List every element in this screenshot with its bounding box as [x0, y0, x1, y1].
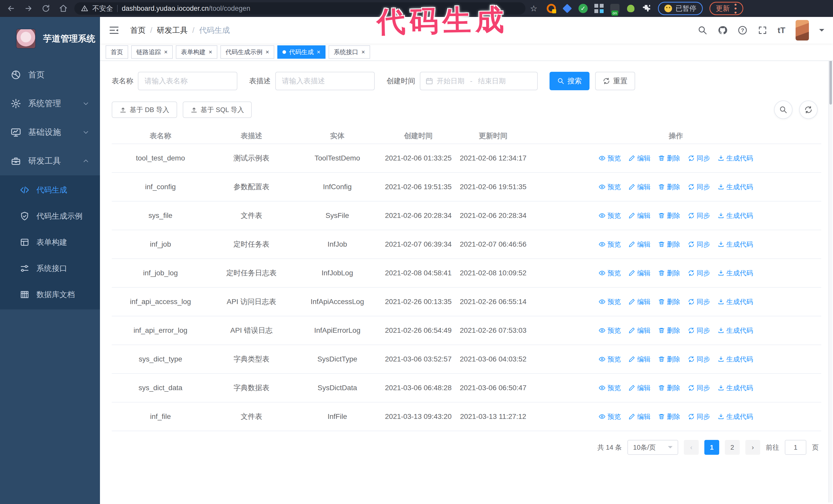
- edit-link[interactable]: 编辑: [628, 355, 650, 364]
- paused-profile-badge[interactable]: 已暂停: [658, 2, 703, 15]
- breadcrumb-item[interactable]: 研发工具: [157, 25, 188, 35]
- generate-code-link[interactable]: 生成代码: [718, 384, 753, 392]
- edit-link[interactable]: 编辑: [628, 240, 650, 249]
- home-icon[interactable]: [59, 4, 68, 13]
- sync-link[interactable]: 同步: [688, 183, 710, 192]
- sidebar-collapse-icon[interactable]: [109, 25, 119, 35]
- sidebar-item-infrastructure[interactable]: 基础设施: [0, 118, 100, 147]
- page-button-2[interactable]: 2: [725, 440, 740, 455]
- page-button-1[interactable]: 1: [704, 440, 719, 455]
- sidebar-item-form-builder[interactable]: 表单构建: [0, 229, 100, 255]
- edit-link[interactable]: 编辑: [628, 211, 650, 220]
- forward-icon[interactable]: [24, 4, 33, 13]
- preview-link[interactable]: 预览: [599, 384, 621, 392]
- close-icon[interactable]: ×: [317, 49, 320, 55]
- github-icon[interactable]: [718, 25, 728, 35]
- tab[interactable]: 首页 ×: [105, 45, 128, 59]
- reload-icon[interactable]: [42, 4, 50, 13]
- preview-link[interactable]: 预览: [599, 326, 621, 335]
- close-icon[interactable]: ×: [265, 49, 269, 55]
- date-range-picker[interactable]: 开始日期 - 结束日期: [420, 72, 538, 90]
- sync-link[interactable]: 同步: [688, 269, 710, 278]
- tab[interactable]: 表单构建 ×: [176, 45, 217, 59]
- preview-link[interactable]: 预览: [599, 183, 621, 192]
- sidebar-item-codegen-demo[interactable]: 代码生成示例: [0, 203, 100, 229]
- breadcrumb-item[interactable]: 首页: [130, 25, 146, 35]
- help-icon[interactable]: ?: [738, 25, 747, 35]
- edit-link[interactable]: 编辑: [628, 269, 650, 278]
- delete-link[interactable]: 删除: [658, 211, 680, 220]
- table-name-input[interactable]: [138, 72, 237, 90]
- generate-code-link[interactable]: 生成代码: [718, 326, 753, 335]
- generate-code-link[interactable]: 生成代码: [718, 211, 753, 220]
- sync-link[interactable]: 同步: [688, 297, 710, 306]
- close-icon[interactable]: ×: [209, 49, 212, 55]
- extension-on-icon[interactable]: [610, 4, 619, 13]
- sidebar-item-codegen[interactable]: 代码生成: [0, 177, 100, 203]
- bookmark-star-icon[interactable]: ☆: [530, 4, 538, 13]
- delete-link[interactable]: 删除: [658, 326, 680, 335]
- close-icon[interactable]: ×: [164, 49, 168, 55]
- import-db-button[interactable]: 基于 DB 导入: [112, 101, 177, 118]
- generate-code-link[interactable]: 生成代码: [718, 269, 753, 278]
- prev-page-button[interactable]: ‹: [684, 440, 699, 455]
- import-sql-button[interactable]: 基于 SQL 导入: [183, 101, 252, 118]
- edit-link[interactable]: 编辑: [628, 326, 650, 335]
- extension-icon[interactable]: [562, 4, 572, 13]
- tab[interactable]: 系统接口 ×: [329, 45, 370, 59]
- search-button[interactable]: 搜索: [549, 72, 590, 90]
- preview-link[interactable]: 预览: [599, 412, 621, 421]
- menu-kebab-icon[interactable]: •••: [734, 3, 737, 14]
- show-search-button[interactable]: [774, 100, 792, 119]
- delete-link[interactable]: 删除: [658, 240, 680, 249]
- sync-link[interactable]: 同步: [688, 412, 710, 421]
- delete-link[interactable]: 删除: [658, 183, 680, 192]
- fullscreen-icon[interactable]: [758, 25, 767, 35]
- update-chrome-badge[interactable]: 更新 •••: [710, 2, 743, 15]
- sidebar-item-dev-tools[interactable]: 研发工具: [0, 147, 100, 175]
- tab[interactable]: 代码生成示例 ×: [220, 45, 274, 59]
- url-bar[interactable]: 不安全 dashboard.yudao.iocoder.cn/tool/code…: [74, 2, 525, 15]
- generate-code-link[interactable]: 生成代码: [718, 183, 753, 192]
- edit-link[interactable]: 编辑: [628, 412, 650, 421]
- extension-icon[interactable]: [627, 5, 634, 12]
- sync-link[interactable]: 同步: [688, 355, 710, 364]
- sync-link[interactable]: 同步: [688, 240, 710, 249]
- extension-icon[interactable]: [547, 4, 556, 13]
- scrollbar[interactable]: [828, 18, 832, 502]
- goto-page-input[interactable]: [785, 440, 806, 455]
- preview-link[interactable]: 预览: [599, 355, 621, 364]
- refresh-table-button[interactable]: [799, 100, 818, 119]
- end-date-placeholder[interactable]: 结束日期: [478, 76, 506, 86]
- user-avatar[interactable]: [795, 20, 809, 41]
- generate-code-link[interactable]: 生成代码: [718, 412, 753, 421]
- delete-link[interactable]: 删除: [658, 384, 680, 392]
- sync-link[interactable]: 同步: [688, 326, 710, 335]
- sidebar-item-system-api[interactable]: 系统接口: [0, 255, 100, 282]
- close-icon[interactable]: ×: [361, 49, 365, 55]
- edit-link[interactable]: 编辑: [628, 183, 650, 192]
- app-logo-row[interactable]: 芋道管理系统: [0, 17, 100, 61]
- reset-button[interactable]: 重置: [595, 72, 635, 90]
- extension-check-icon[interactable]: ✓: [578, 4, 588, 13]
- tab[interactable]: 链路追踪 ×: [131, 45, 173, 59]
- sidebar-item-db-doc[interactable]: 数据库文档: [0, 282, 100, 308]
- sync-link[interactable]: 同步: [688, 384, 710, 392]
- delete-link[interactable]: 删除: [658, 355, 680, 364]
- search-icon[interactable]: [698, 25, 708, 35]
- generate-code-link[interactable]: 生成代码: [718, 297, 753, 306]
- edit-link[interactable]: 编辑: [628, 384, 650, 392]
- edit-link[interactable]: 编辑: [628, 154, 650, 163]
- generate-code-link[interactable]: 生成代码: [718, 240, 753, 249]
- font-size-icon[interactable]: tT: [778, 26, 785, 35]
- preview-link[interactable]: 预览: [599, 269, 621, 278]
- sidebar-item-home[interactable]: 首页: [0, 61, 100, 89]
- tab[interactable]: 代码生成 ×: [277, 45, 326, 59]
- not-secure-warning-icon[interactable]: [81, 5, 88, 12]
- sidebar-item-system[interactable]: 系统管理: [0, 89, 100, 118]
- preview-link[interactable]: 预览: [599, 240, 621, 249]
- edit-link[interactable]: 编辑: [628, 297, 650, 306]
- start-date-placeholder[interactable]: 开始日期: [437, 76, 465, 86]
- delete-link[interactable]: 删除: [658, 154, 680, 163]
- preview-link[interactable]: 预览: [599, 154, 621, 163]
